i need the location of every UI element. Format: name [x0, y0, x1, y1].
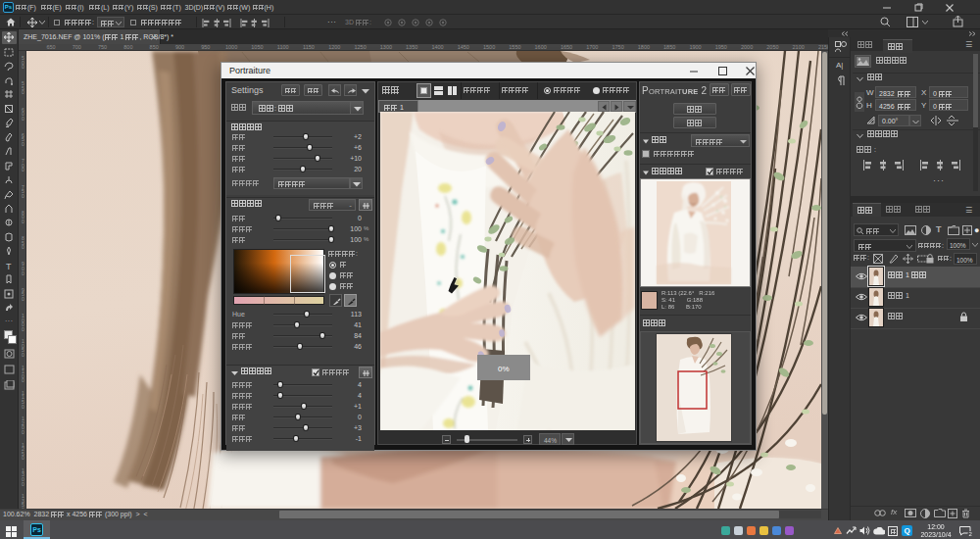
- svg-text:0%: 0%: [498, 365, 510, 373]
- svg-text:T: T: [6, 262, 12, 271]
- svg-text:2: 2: [969, 531, 973, 536]
